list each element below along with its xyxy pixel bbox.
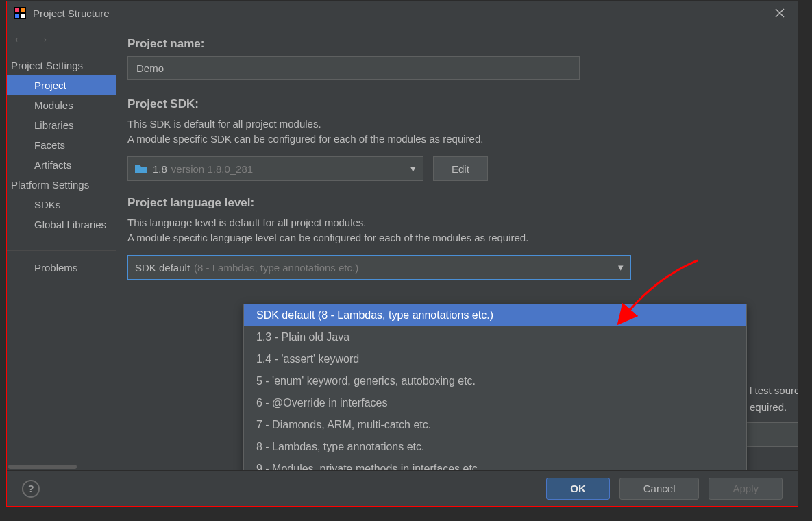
dialog-title: Project Structure [33,8,769,19]
language-level-option[interactable]: 7 - Diamonds, ARM, multi-catch etc. [244,414,746,436]
language-level-option[interactable]: 9 - Modules, private methods in interfac… [244,458,746,470]
sidebar-item-global-libraries[interactable]: Global Libraries [7,215,116,234]
project-sdk-desc-2: A module specific SDK can be configured … [127,132,781,147]
language-level-option[interactable]: 1.4 - 'assert' keyword [244,348,746,370]
project-sdk-version: version 1.8.0_281 [171,163,253,175]
language-level-selected-suffix: (8 - Lambdas, type annotations etc.) [194,262,358,274]
chevron-down-icon: ▾ [618,261,624,274]
language-level-option[interactable]: 5 - 'enum' keyword, generics, autoboxing… [244,370,746,392]
project-name-label: Project name: [127,37,781,51]
chevron-down-icon: ▾ [410,162,416,175]
compiler-output-desc-fragment-2: equired. [750,399,787,415]
project-sdk-label: Project SDK: [127,97,781,111]
sidebar-item-modules[interactable]: Modules [7,95,116,115]
cancel-button[interactable]: Cancel [619,478,700,500]
folder-icon [135,164,147,173]
sidebar-item-project[interactable]: Project [7,75,116,95]
sidebar-item-libraries[interactable]: Libraries [7,115,116,135]
nav-back-icon[interactable]: ← [12,32,26,47]
ok-button[interactable]: OK [546,478,610,500]
compiler-output-field[interactable] [741,422,798,447]
language-level-desc-2: A module specific language level can be … [127,230,781,245]
sidebar-item-sdks[interactable]: SDKs [7,195,116,215]
dialog-footer: ? OK Cancel Apply [7,470,798,506]
help-button[interactable]: ? [22,480,40,498]
project-sdk-desc-1: This SDK is default for all project modu… [127,117,781,132]
titlebar: Project Structure [7,1,798,25]
sidebar: ← → Project Settings Project Modules Lib… [7,25,116,470]
project-name-field[interactable] [127,56,580,80]
sidebar-group-platform-settings: Platform Settings [7,175,116,195]
language-level-desc-1: This language level is default for all p… [127,215,781,230]
svg-rect-1 [15,8,19,12]
language-level-label: Project language level: [127,196,781,210]
language-level-option[interactable]: SDK default (8 - Lambdas, type annotatio… [244,304,746,326]
project-structure-dialog: Project Structure ← → Project Settings P… [6,1,798,507]
language-level-dropdown[interactable]: SDK default (8 - Lambdas, type annotatio… [243,304,747,470]
project-sdk-combo[interactable]: 1.8 version 1.8.0_281 ▾ [127,156,423,181]
nav-forward-icon[interactable]: → [36,32,49,47]
language-level-option[interactable]: 1.3 - Plain old Java [244,326,746,348]
svg-rect-4 [21,14,25,18]
intellij-icon [14,7,26,19]
compiler-output-desc-fragment-1: l test sources, respectively. [750,383,798,399]
sidebar-item-artifacts[interactable]: Artifacts [7,155,116,175]
project-sdk-value: 1.8 [153,163,167,175]
sidebar-item-facets[interactable]: Facets [7,135,116,155]
close-button[interactable] [769,2,791,24]
sidebar-group-project-settings: Project Settings [7,56,116,75]
language-level-option[interactable]: 6 - @Override in interfaces [244,392,746,414]
svg-rect-3 [15,14,19,18]
sidebar-scrollbar-h[interactable] [7,463,116,470]
main-panel: Project name: Project SDK: This SDK is d… [116,25,798,470]
svg-rect-2 [21,8,25,12]
edit-sdk-button[interactable]: Edit [433,156,488,181]
language-level-option[interactable]: 8 - Lambdas, type annotations etc. [244,436,746,458]
language-level-combo[interactable]: SDK default (8 - Lambdas, type annotatio… [127,255,631,280]
language-level-selected-prefix: SDK default [135,262,190,274]
apply-button[interactable]: Apply [709,478,783,500]
nav-arrows: ← → [7,25,116,56]
sidebar-item-problems[interactable]: Problems [7,258,116,278]
